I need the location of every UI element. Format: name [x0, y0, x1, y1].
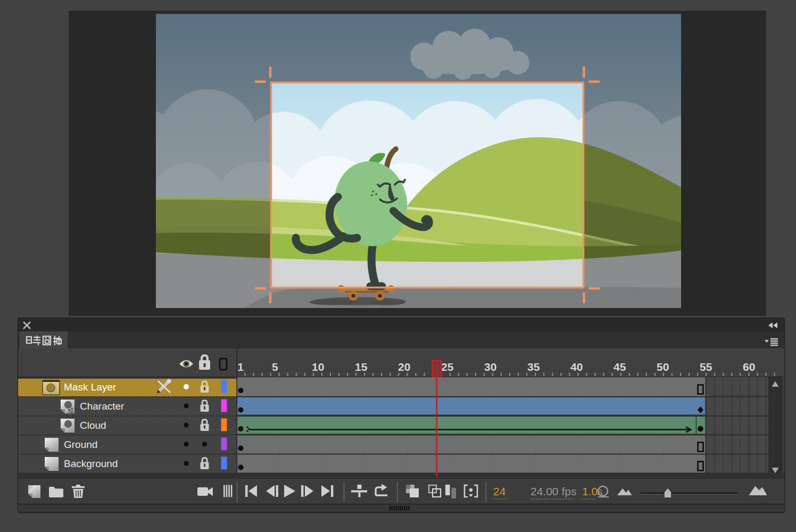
svg-text:1: 1 [237, 361, 244, 373]
svg-text:35: 35 [527, 361, 540, 373]
svg-text:25: 25 [441, 361, 454, 373]
svg-text:Background: Background [64, 458, 118, 469]
svg-text:40: 40 [570, 361, 583, 373]
svg-text:24: 24 [493, 485, 506, 497]
svg-text:60: 60 [743, 361, 755, 373]
svg-text:24.00 fps: 24.00 fps [530, 485, 576, 497]
svg-text:45: 45 [613, 361, 626, 373]
svg-text:50: 50 [657, 361, 669, 373]
svg-text:30: 30 [484, 361, 496, 373]
svg-text:Mask Layer: Mask Layer [64, 381, 117, 393]
svg-text:20: 20 [398, 361, 410, 373]
svg-text:Cloud: Cloud [80, 420, 106, 431]
svg-text:15: 15 [355, 361, 368, 373]
svg-text:10: 10 [312, 361, 324, 373]
svg-text:1.0: 1.0 [582, 485, 598, 497]
svg-text:55: 55 [700, 361, 712, 373]
svg-text:Ground: Ground [64, 439, 97, 450]
svg-text:5: 5 [272, 361, 278, 373]
svg-text:Character: Character [80, 401, 125, 412]
